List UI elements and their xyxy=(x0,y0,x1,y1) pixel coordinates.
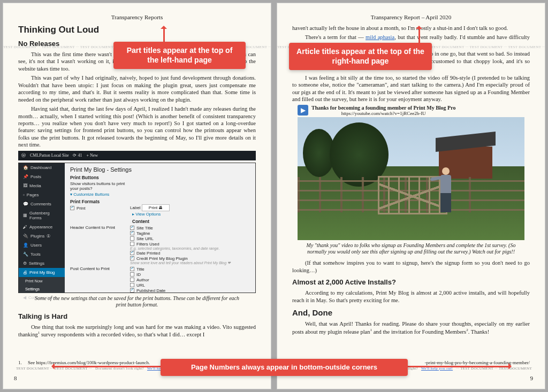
callout-article-titles: Article titles appear at the top of the … xyxy=(289,43,432,70)
arrow-right-icon xyxy=(408,366,509,367)
wp-logo-icon: ⓦ xyxy=(21,152,26,158)
body-text: I was feeling a bit silly at the time to… xyxy=(292,74,530,103)
inline-link[interactable]: mild aphasia xyxy=(366,34,394,40)
subheading-done: And, Done xyxy=(292,308,530,317)
video-frame[interactable] xyxy=(298,117,524,240)
body-text: Having said that, during the last few da… xyxy=(18,105,256,149)
arrow-up-icon xyxy=(418,28,420,43)
callout-page-numbers: Page Numbers always appear in bottom-out… xyxy=(161,359,408,376)
setting-label: Post Content to Print xyxy=(70,266,130,293)
setting-label: Header Content to Print xyxy=(70,225,130,265)
wp-site-name: CMLPatton Local Site xyxy=(30,153,68,158)
wp-new-icon: + New xyxy=(86,153,98,158)
sidebar-item-active: 🖨 Print My Blog xyxy=(19,268,65,277)
section-heading: Thinking Out Loud xyxy=(18,25,256,35)
subheading-talking: Talking is Hard xyxy=(18,312,256,320)
body-text: According to my calculations, Print My B… xyxy=(292,289,530,304)
video-embed: ▶ Thanks for becoming a founding member … xyxy=(298,105,524,240)
sidebar-item: 🏠 Dashboard xyxy=(19,163,65,172)
arrow-left-icon xyxy=(54,366,161,367)
callout-part-titles: Part titles appear at the top of the lef… xyxy=(113,42,246,69)
video-icon: ▶ xyxy=(298,105,308,116)
body-text: (If that somehow inspires you to want to… xyxy=(292,259,530,274)
arrow-up-icon xyxy=(163,28,165,42)
body-text: Well, that was April! Thanks for reading… xyxy=(292,320,530,335)
sidebar-item: 🖌 Appearance xyxy=(19,222,65,232)
sidebar-item: 📌 Posts xyxy=(19,172,65,181)
running-head-left: Transparency Reports xyxy=(18,14,256,20)
sidebar-subitem: Settings xyxy=(19,285,65,293)
wp-updates-icon: ⟳ 41 xyxy=(73,153,82,158)
running-head-right: Transparency Report – April 2020 xyxy=(292,14,530,20)
settings-title: Print My Blog - Settings xyxy=(70,166,250,173)
body-text: One thing that took me surprisingly long… xyxy=(18,324,256,338)
sidebar-subitem: Print Now xyxy=(19,277,65,285)
settings-section: Content xyxy=(132,219,250,224)
page-number: 9 xyxy=(530,375,534,381)
settings-section: Print Formats xyxy=(70,199,250,204)
sidebar-item: ▫ Pages xyxy=(19,190,65,199)
sidebar-item: 🖼 Media xyxy=(19,181,65,190)
setting-label: Show visitors buttons to print your post… xyxy=(70,181,130,191)
page-spread: Transparency Reports TEST DOCUMENT ··· T… xyxy=(0,0,548,392)
sidebar-item: 🔧 Tools xyxy=(19,250,65,259)
wp-settings-panel: Print My Blog - Settings Print Buttons S… xyxy=(65,163,255,293)
wp-admin-bar: ⓦ CMLPatton Local Site ⟳ 41 + New xyxy=(18,151,256,160)
figure-caption: My "thank you" video to folks who signup… xyxy=(303,242,519,255)
embedded-screenshot: ⓦ CMLPatton Local Site ⟳ 41 + New 🏠 Dash… xyxy=(18,151,256,293)
video-title: Thanks for becoming a founding member of… xyxy=(311,105,455,111)
label-input: Print 🖶 xyxy=(142,204,170,211)
video-url: https://youtube.com/watch?v=1jRCee2h-IU xyxy=(311,111,455,116)
settings-section: Print Buttons xyxy=(70,175,250,180)
sidebar-item: ▦ Gutenberg Forms xyxy=(19,209,65,222)
wp-sidebar: 🏠 Dashboard 📌 Posts 🖼 Media ▫ Pages 💬 Co… xyxy=(19,163,65,293)
checkbox-icon xyxy=(70,206,74,210)
subheading-installs: Almost at 2,000 Active Installs? xyxy=(292,278,530,286)
disclosure-link: ▾ Customize Buttons xyxy=(70,192,250,197)
disclosure-link: ▸ View Options xyxy=(132,212,250,217)
sidebar-item: 💬 Comments xyxy=(19,199,65,209)
sidebar-item: ⚙ Settings xyxy=(19,259,65,268)
sidebar-item: 👤 Users xyxy=(19,241,65,250)
body-text: This was part of why I had originally, n… xyxy=(18,74,256,103)
body-text: haven't actually left the house in about… xyxy=(292,25,530,32)
page-number: 8 xyxy=(14,375,17,381)
sidebar-item: 🔌 Plugins ① xyxy=(19,232,65,241)
person-figure xyxy=(438,167,454,212)
